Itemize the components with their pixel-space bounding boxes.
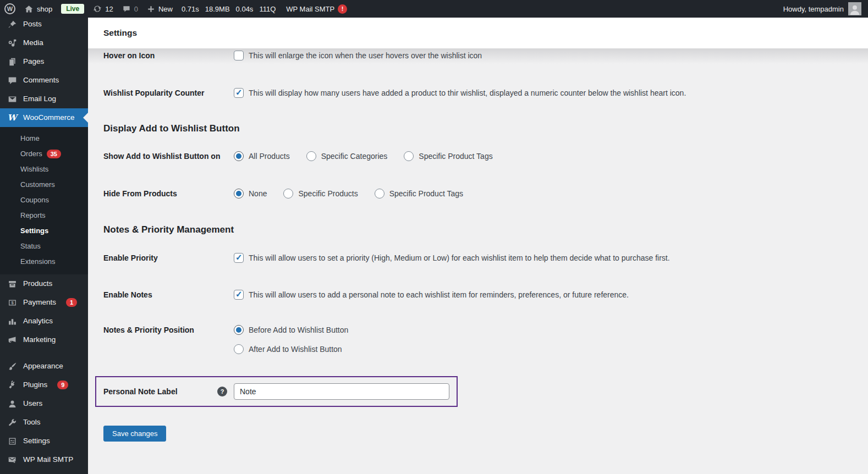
- radio-label: Specific Product Tags: [419, 152, 492, 161]
- highlight-box-personal-note-label: Personal Note Label ?: [95, 376, 458, 407]
- wordpress-menu[interactable]: W: [4, 3, 15, 14]
- radio-option-all-products[interactable]: All Products: [234, 151, 290, 161]
- save-changes-button[interactable]: Save changes: [103, 426, 166, 442]
- submenu-item-orders[interactable]: Orders35: [0, 146, 88, 162]
- media-icon: [7, 38, 18, 48]
- none-radio[interactable]: [234, 189, 244, 199]
- hide-specific-product-tags-radio[interactable]: [375, 189, 384, 199]
- user-icon: [7, 399, 18, 409]
- section-heading-display: Display Add to Wishlist Button: [103, 123, 853, 134]
- submenu-label: Settings: [20, 227, 48, 235]
- sidebar-item-plugins[interactable]: Plugins 9: [0, 376, 88, 394]
- row-popularity-counter: Wishlist Popularity Counter This will di…: [103, 88, 853, 98]
- woocommerce-icon: W: [7, 113, 18, 123]
- before-button-radio[interactable]: [234, 325, 244, 335]
- pushpin-icon: [7, 20, 18, 29]
- perf-query-count[interactable]: 111Q: [259, 5, 276, 13]
- submenu-item-home[interactable]: Home: [0, 131, 88, 146]
- envelope-arrow-icon: [7, 455, 18, 465]
- submenu-item-extensions[interactable]: Extensions: [0, 254, 88, 269]
- row-show-on: Show Add to Wishlist Button on All Produ…: [103, 151, 853, 161]
- sidebar-item-label: Posts: [23, 19, 42, 29]
- enable-notes-checkbox[interactable]: [234, 290, 244, 300]
- submenu-item-status[interactable]: Status: [0, 239, 88, 254]
- sliders-icon: [7, 437, 18, 446]
- sidebar-item-woocommerce[interactable]: W WooCommerce: [0, 108, 88, 127]
- wordpress-logo-icon: W: [4, 3, 15, 14]
- row-hover-on-icon: Hover on Icon This will enlarge the icon…: [103, 51, 853, 60]
- submenu-item-wishlists[interactable]: Wishlists: [0, 162, 88, 177]
- field-label: Hover on Icon: [103, 51, 155, 60]
- sidebar: Posts Media Pages Comments Email Log W W…: [0, 18, 88, 474]
- site-name: shop: [37, 5, 52, 13]
- field-label: Show Add to Wishlist Button on: [103, 152, 220, 161]
- radio-option-specific-products[interactable]: Specific Products: [283, 189, 358, 199]
- radio-option-specific-categories[interactable]: Specific Categories: [306, 151, 388, 161]
- field-label: Notes & Priority Position: [103, 326, 194, 334]
- radio-option-specific-product-tags[interactable]: Specific Product Tags: [404, 151, 492, 161]
- wrench-icon: [7, 418, 18, 427]
- plugins-count-badge: 9: [57, 381, 68, 389]
- sidebar-item-analytics[interactable]: Analytics: [0, 312, 88, 330]
- after-button-radio[interactable]: [234, 344, 244, 354]
- sidebar-item-payments[interactable]: $ Payments 1: [0, 293, 88, 312]
- sidebar-item-posts[interactable]: Posts: [0, 18, 88, 34]
- submenu-item-reports[interactable]: Reports: [0, 208, 88, 223]
- live-status[interactable]: Live: [61, 4, 84, 14]
- all-products-radio[interactable]: [234, 151, 244, 161]
- sidebar-item-settings[interactable]: Settings: [0, 432, 88, 450]
- radio-option-none[interactable]: None: [234, 189, 267, 199]
- sidebar-item-label: Pages: [23, 57, 44, 67]
- specific-products-radio[interactable]: [283, 189, 293, 199]
- wp-mail-smtp-menu[interactable]: WP Mail SMTP !: [286, 4, 347, 14]
- sidebar-item-pages[interactable]: Pages: [0, 52, 88, 71]
- submenu-item-settings[interactable]: Settings: [0, 223, 88, 239]
- perf-db-time[interactable]: 0.04s: [236, 5, 254, 13]
- perf-load-time[interactable]: 0.71s: [182, 5, 199, 13]
- sidebar-item-users[interactable]: Users: [0, 394, 88, 413]
- sidebar-item-tools[interactable]: Tools: [0, 413, 88, 432]
- live-badge: Live: [61, 4, 84, 14]
- updates-indicator[interactable]: 12: [93, 4, 113, 13]
- enable-priority-checkbox[interactable]: [234, 253, 244, 263]
- sidebar-item-appearance[interactable]: Appearance: [0, 357, 88, 376]
- field-description: This will enlarge the icon when the user…: [249, 51, 482, 60]
- hover-on-icon-checkbox[interactable]: [234, 51, 244, 60]
- perf-memory[interactable]: 18.9MB: [205, 5, 230, 13]
- field-description: This will allow users to add a personal …: [249, 290, 629, 299]
- new-button[interactable]: New: [147, 5, 173, 13]
- pages-icon: [7, 57, 18, 67]
- plus-icon: [147, 5, 155, 13]
- specific-categories-radio[interactable]: [306, 151, 316, 161]
- radio-option-before-button[interactable]: Before Add to Wishlist Button: [234, 325, 348, 335]
- help-icon[interactable]: ?: [217, 387, 227, 396]
- radio-option-hide-specific-product-tags[interactable]: Specific Product Tags: [375, 189, 463, 199]
- sidebar-item-label: Media: [23, 38, 43, 48]
- submenu-item-coupons[interactable]: Coupons: [0, 192, 88, 208]
- sidebar-item-products[interactable]: Products: [0, 274, 88, 293]
- row-enable-notes: Enable Notes This will allow users to ad…: [103, 290, 853, 300]
- settings-form: Hover on Icon This will enlarge the icon…: [88, 48, 868, 442]
- specific-product-tags-radio[interactable]: [404, 151, 414, 161]
- radio-option-after-button[interactable]: After Add to Wishlist Button: [234, 344, 342, 354]
- radio-label: After Add to Wishlist Button: [249, 345, 342, 354]
- popularity-counter-checkbox[interactable]: [234, 88, 244, 98]
- comments-count: 0: [134, 5, 138, 13]
- sidebar-item-media[interactable]: Media: [0, 34, 88, 52]
- notification-badge: !: [338, 4, 347, 14]
- admin-bar: W shop Live 12 0 New 0.71s 18.9MB 0.04s …: [0, 0, 868, 18]
- personal-note-label-input[interactable]: [234, 383, 449, 400]
- field-label: Enable Priority: [103, 253, 158, 262]
- sidebar-item-comments[interactable]: Comments: [0, 71, 88, 90]
- sidebar-item-label: WooCommerce: [23, 113, 75, 123]
- main-content: Settings Hover on Icon This will enlarge…: [88, 18, 868, 474]
- comments-indicator[interactable]: 0: [122, 4, 138, 13]
- submenu-item-customers[interactable]: Customers: [0, 177, 88, 192]
- account-menu[interactable]: Howdy, tempadmin: [783, 2, 861, 15]
- sidebar-item-email-log[interactable]: Email Log: [0, 90, 88, 108]
- site-home-link[interactable]: shop: [24, 4, 52, 14]
- submenu-label: Customers: [20, 180, 55, 189]
- sidebar-item-wp-mail-smtp[interactable]: WP Mail SMTP: [0, 450, 88, 469]
- row-position: Notes & Priority Position Before Add to …: [103, 325, 853, 354]
- sidebar-item-marketing[interactable]: Marketing: [0, 330, 88, 349]
